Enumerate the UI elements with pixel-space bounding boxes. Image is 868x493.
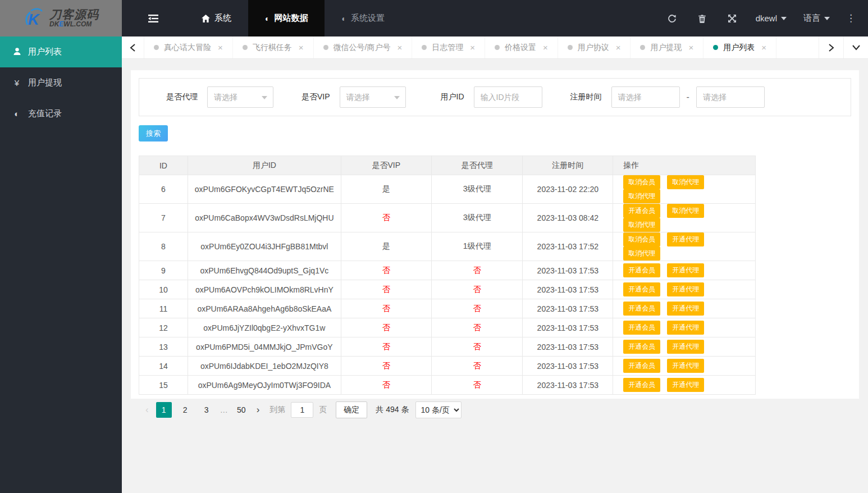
agent-action-button[interactable]: 开通代理: [667, 378, 704, 392]
agent-action-button[interactable]: 开通代理: [667, 359, 704, 373]
member-action-button[interactable]: 开通会员: [623, 359, 660, 373]
agent-action-button[interactable]: 取消代理: [623, 189, 660, 203]
tab-close-icon[interactable]: ×: [218, 43, 223, 52]
member-action-button[interactable]: 开通会员: [623, 378, 660, 392]
tab-status-dot: [640, 45, 645, 50]
member-action-button[interactable]: 开通会员: [623, 321, 660, 335]
search-button[interactable]: 搜索: [139, 125, 168, 141]
agent-action-button[interactable]: 开通代理: [667, 321, 704, 335]
tab-item[interactable]: 日志管理×: [412, 36, 485, 58]
sidebar-item-user-withdraw[interactable]: ¥ 用户提现: [0, 67, 122, 98]
language-menu[interactable]: 语言: [795, 13, 838, 24]
member-action-button[interactable]: 取消会员: [623, 232, 660, 247]
table-row: 8oxPUm6Ey0ZOU4i3JHFgBB81Mtbvl是1级代理2023-1…: [139, 232, 756, 261]
pager-ellipsis: …: [220, 405, 228, 414]
cell-actions: 开通会员开通代理: [613, 318, 756, 337]
range-separator: -: [687, 92, 689, 102]
cell-id: 9: [139, 261, 188, 280]
tab-item[interactable]: 用户协议×: [558, 36, 631, 58]
tab-status-dot: [713, 45, 718, 50]
tab-close-icon[interactable]: ×: [761, 43, 766, 52]
tab-status-dot: [495, 45, 500, 50]
agent-action-button[interactable]: 开通代理: [667, 340, 704, 354]
cell-id: 7: [139, 204, 188, 232]
sidebar-item-user-list[interactable]: 用户列表: [0, 36, 122, 67]
agent-action-button[interactable]: 取消代理: [623, 218, 660, 232]
fullscreen-icon[interactable]: [717, 14, 747, 23]
vip-select[interactable]: [340, 86, 406, 108]
member-action-button[interactable]: 开通会员: [623, 340, 660, 354]
page-size-select[interactable]: 10 条/页: [415, 401, 462, 418]
collapse-menu-icon[interactable]: [122, 0, 185, 36]
more-vertical-icon[interactable]: ⋮: [838, 12, 861, 24]
reg-time-start-input[interactable]: [611, 86, 680, 108]
chevron-right-icon[interactable]: [819, 36, 843, 58]
content: 是否代理 是否VIP 用户ID: [122, 59, 868, 410]
pager-prev-icon[interactable]: ‹: [139, 404, 153, 416]
tab-item[interactable]: 微信公号/商户号×: [314, 36, 413, 58]
member-action-button[interactable]: 开通会员: [623, 302, 660, 316]
column-header: 是否VIP: [341, 156, 431, 175]
nav-item-system-settings[interactable]: ◐ 系统设置: [325, 0, 401, 36]
cell-vip: 否: [341, 261, 431, 280]
cell-user-id: oxPUm6JjYZIl0qbgE2-yXhvxTG1w: [188, 318, 341, 337]
member-action-button[interactable]: 取消会员: [623, 175, 660, 189]
table-header-row: ID用户ID是否VIP是否代理注册时间操作: [139, 156, 756, 175]
tab-item[interactable]: 价格设置×: [485, 36, 558, 58]
tab-close-icon[interactable]: ×: [688, 43, 693, 52]
agent-action-button[interactable]: 取消代理: [623, 247, 660, 261]
pager-next-icon[interactable]: ›: [252, 404, 264, 416]
pager-page[interactable]: 2: [177, 402, 193, 418]
agent-action-button[interactable]: 开通代理: [667, 232, 704, 247]
tab-bar: 真心话大冒险×飞行棋任务×微信公号/商户号×日志管理×价格设置×用户协议×用户提…: [122, 36, 868, 59]
agent-action-button[interactable]: 开通代理: [667, 302, 704, 316]
pager-page[interactable]: 3: [199, 402, 214, 418]
tab-item[interactable]: 飞行棋任务×: [233, 36, 314, 58]
logo-title: 刀客源码: [49, 8, 99, 21]
filter-agent-label: 是否代理: [166, 92, 198, 102]
tab-close-icon[interactable]: ×: [616, 43, 621, 52]
cell-reg-time: 2023-11-02 22:20: [523, 175, 613, 204]
table-row: 12oxPUm6JjYZIl0qbgE2-yXhvxTG1w否否2023-11-…: [139, 318, 756, 337]
cell-vip: 否: [341, 337, 431, 357]
nav-item-system[interactable]: 系统: [185, 0, 248, 36]
total-count: 共 494 条: [376, 405, 409, 415]
table-row: 9oxPUm6EhvgQ844Od9uptS_Gjq1Vc否否2023-11-0…: [139, 261, 756, 280]
member-action-button[interactable]: 开通会员: [623, 204, 660, 218]
user-menu[interactable]: dkewl: [747, 13, 795, 23]
tab-close-icon[interactable]: ×: [299, 43, 304, 52]
member-action-button[interactable]: 开通会员: [623, 263, 660, 277]
chevron-left-icon[interactable]: [122, 36, 144, 58]
sidebar-item-recharge-records[interactable]: ◐ 充值记录: [0, 98, 122, 129]
tab-item[interactable]: 真心话大冒险×: [144, 36, 233, 58]
pager-page[interactable]: 50: [234, 402, 249, 418]
caret-down-icon: [824, 17, 830, 20]
tab-close-icon[interactable]: ×: [470, 43, 475, 52]
cell-actions: 取消会员开通代理取消代理: [613, 232, 756, 261]
tab-close-icon[interactable]: ×: [397, 43, 402, 52]
jump-page-input[interactable]: [291, 402, 313, 418]
half-circle-icon: ◐: [12, 109, 22, 118]
agent-action-button[interactable]: 开通代理: [667, 282, 704, 296]
pager-page[interactable]: 1: [156, 402, 172, 418]
agent-select[interactable]: [207, 86, 273, 108]
svg-text:K: K: [28, 11, 40, 28]
agent-action-button[interactable]: 取消代理: [667, 204, 704, 218]
agent-action-button[interactable]: 取消代理: [667, 175, 704, 189]
agent-action-button[interactable]: 开通代理: [667, 263, 704, 277]
tab-item[interactable]: 用户提现×: [631, 36, 703, 58]
chevron-down-icon[interactable]: [843, 36, 868, 58]
member-action-button[interactable]: 开通会员: [623, 282, 660, 296]
tab-label: 微信公号/商户号: [334, 43, 391, 53]
main-nav: 系统 ◐ 网站数据 ◐ 系统设置: [122, 0, 401, 36]
tab-item[interactable]: 用户列表×: [703, 36, 776, 58]
reg-time-end-input[interactable]: [696, 86, 765, 108]
nav-item-site-data[interactable]: ◐ 网站数据: [248, 0, 325, 36]
brand-icon: K: [23, 7, 47, 30]
refresh-icon[interactable]: [657, 14, 687, 23]
confirm-button[interactable]: 确定: [336, 401, 367, 418]
filter-bar: 是否代理 是否VIP 用户ID: [139, 78, 851, 116]
user-id-input[interactable]: [474, 86, 542, 108]
trash-icon[interactable]: [687, 14, 717, 23]
tab-close-icon[interactable]: ×: [543, 43, 548, 52]
